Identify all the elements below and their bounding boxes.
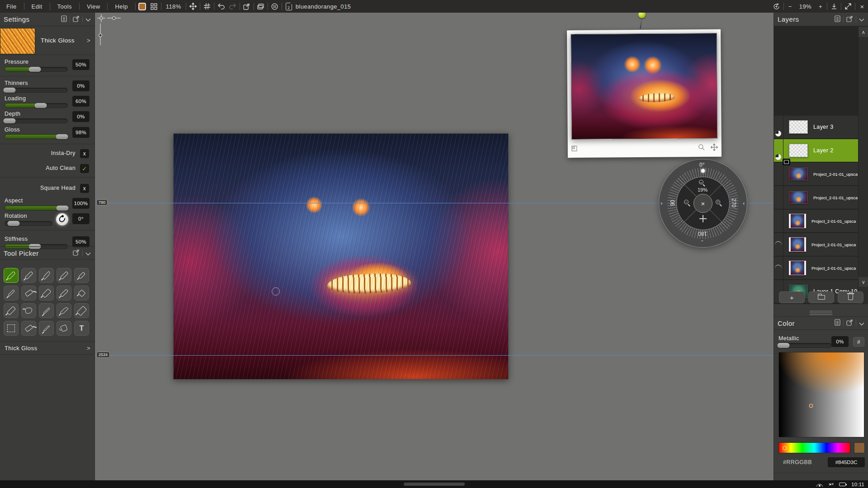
auto-clean-checkbox[interactable]: ✓ <box>80 164 89 173</box>
resize-window-icon[interactable] <box>842 1 854 11</box>
layer-row-project-4[interactable]: Project_2-01-01_upsca <box>774 233 858 256</box>
square-head-checkbox[interactable]: x <box>80 184 89 193</box>
layer-2-texture-icon[interactable] <box>783 159 790 165</box>
layer-2-name[interactable]: Layer 2 <box>813 147 834 154</box>
wifi-icon[interactable] <box>816 482 823 487</box>
guide-origin-icon[interactable] <box>97 14 105 24</box>
tool-transform-roller[interactable] <box>21 321 36 336</box>
pressure-slider-thumb[interactable] <box>29 67 41 72</box>
delete-layer-button[interactable] <box>838 291 863 303</box>
depth-slider-thumb[interactable] <box>3 118 15 123</box>
current-color-swatch[interactable] <box>137 1 148 11</box>
move-canvas-icon[interactable] <box>187 1 199 11</box>
canvas-area[interactable]: 790 2534 <box>95 13 774 480</box>
battery-icon[interactable] <box>839 483 846 486</box>
settings-popout-icon[interactable] <box>73 15 80 23</box>
window-zoom-in-button[interactable]: + <box>815 3 826 10</box>
document-tab[interactable]: 2 blueandorange_015 <box>283 3 351 10</box>
color-collapse-icon[interactable] <box>859 319 864 327</box>
loading-slider[interactable] <box>5 103 68 108</box>
volume-muted-icon[interactable]: 🕩× <box>828 482 834 487</box>
settings-collapse-icon[interactable] <box>85 15 91 23</box>
layers-scroll-up-icon[interactable]: ∧ <box>859 27 868 37</box>
layers-collapse-icon[interactable] <box>859 15 864 23</box>
project-5-name[interactable]: Project_2-01-01_upsca <box>811 266 856 271</box>
tool-marker-pen[interactable] <box>74 268 89 283</box>
undo-icon[interactable] <box>215 1 227 11</box>
tool-selection[interactable] <box>4 321 19 336</box>
pressure-slider[interactable] <box>5 67 68 72</box>
tool-fill-line[interactable] <box>39 303 54 318</box>
layer-row-project-3[interactable]: Project_2-01-01_upsca <box>774 210 858 233</box>
layers-menu-icon[interactable] <box>835 15 840 23</box>
puck-chevron-right-icon[interactable]: ‹ <box>743 200 745 206</box>
tool-sticker-spray[interactable] <box>74 286 89 300</box>
layer-2-thumbnail[interactable] <box>789 144 808 157</box>
tool-paint-roller[interactable] <box>21 286 36 300</box>
tool-eraser[interactable] <box>21 303 36 318</box>
layer-row-project-1[interactable]: Project_2-01-01_upsca <box>774 163 858 186</box>
tool-ink-pen[interactable] <box>21 268 36 283</box>
layers-scrollbar[interactable]: ∧ ∨ <box>858 26 868 304</box>
tool-pencil[interactable] <box>4 286 19 300</box>
thinners-slider[interactable] <box>5 88 68 93</box>
redo-icon[interactable] <box>227 1 239 11</box>
rotation-slider-thumb[interactable] <box>7 221 19 226</box>
metallic-slider[interactable] <box>778 343 832 348</box>
workbench-view-icon[interactable] <box>255 1 267 11</box>
aspect-slider-thumb[interactable] <box>56 206 68 211</box>
layer-row-layer-2[interactable]: Layer 2 <box>774 139 858 162</box>
thinners-slider-thumb[interactable] <box>3 88 15 93</box>
color-menu-icon[interactable] <box>835 319 840 327</box>
gloss-slider-thumb[interactable] <box>56 134 68 139</box>
tool-chalk-stick[interactable] <box>4 303 19 318</box>
vertical-guide-handle[interactable] <box>98 23 103 47</box>
tool-picker-collapse-icon[interactable] <box>85 249 91 257</box>
clock[interactable]: 10:11 <box>851 482 864 487</box>
tool-picker-popout-icon[interactable] <box>73 249 80 257</box>
layers-popout-icon[interactable] <box>846 15 853 23</box>
horizontal-guide-2[interactable]: 2534 <box>95 355 774 356</box>
layer-3-thumbnail[interactable] <box>789 120 808 134</box>
menu-tools[interactable]: Tools <box>51 3 78 10</box>
canvas-painting[interactable] <box>173 133 509 380</box>
tool-flat-brush[interactable] <box>39 286 54 300</box>
hue-bar[interactable] <box>778 442 850 453</box>
color-saturation-square[interactable] <box>778 352 864 437</box>
menu-view[interactable]: View <box>80 3 107 10</box>
rotation-slider[interactable] <box>5 221 52 226</box>
grid-icon[interactable] <box>201 1 213 11</box>
layer-row-project-5[interactable]: Project_2-01-01_upsca <box>774 257 858 280</box>
close-window-icon[interactable]: × <box>856 1 868 11</box>
layer-row-layer-3[interactable]: Layer 3 <box>774 116 858 139</box>
tool-oil-brush[interactable] <box>4 268 19 283</box>
layer-3-name[interactable]: Layer 3 <box>813 124 834 130</box>
share-export-icon[interactable] <box>241 1 253 11</box>
tool-airbrush[interactable] <box>57 268 71 283</box>
layer-row-project-2[interactable]: Project_2-01-01_upsca <box>774 186 858 209</box>
current-color-preview[interactable] <box>854 442 865 453</box>
settings-menu-icon[interactable] <box>61 15 67 23</box>
hex-entry-button[interactable]: # <box>853 337 864 347</box>
tool-paint-tube[interactable] <box>57 286 71 300</box>
stencil-icon[interactable] <box>269 1 281 11</box>
project-3-name[interactable]: Project_2-01-01_upsca <box>811 219 856 224</box>
hex-value-field[interactable]: #845D3C <box>828 457 865 467</box>
layers-scroll-down-icon[interactable]: ∨ <box>859 277 868 287</box>
aspect-slider[interactable] <box>5 206 68 211</box>
reset-rotation-icon[interactable] <box>771 1 783 11</box>
depth-slider[interactable] <box>5 118 68 123</box>
reference-zoom-icon[interactable] <box>698 144 705 153</box>
project-4-name[interactable]: Project_2-01-01_upsca <box>811 242 856 247</box>
gloss-slider[interactable] <box>5 134 68 139</box>
tool-pouring-tube[interactable] <box>57 303 71 318</box>
project-3-thumbnail[interactable] <box>789 214 806 228</box>
tool-precise-knife[interactable] <box>39 321 54 336</box>
add-layer-button[interactable]: + <box>779 291 805 303</box>
reference-frame-icon[interactable] <box>571 145 577 153</box>
brush-preset[interactable]: Thick Gloss > <box>0 28 95 54</box>
tool-watercolor-brush[interactable] <box>39 268 54 283</box>
reference-move-icon[interactable] <box>711 144 718 153</box>
tool-size-value[interactable]: 118% <box>162 3 185 10</box>
reference-panel[interactable] <box>567 29 722 158</box>
